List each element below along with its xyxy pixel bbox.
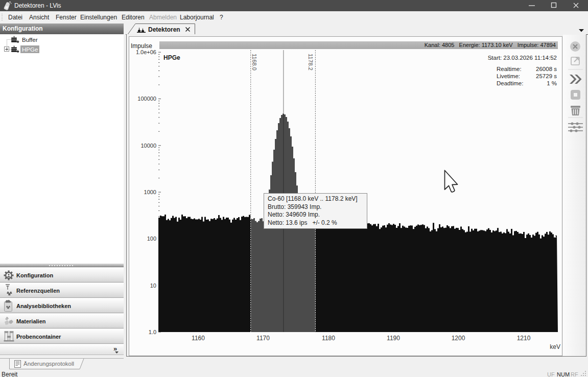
svg-text:1168.0: 1168.0 (251, 54, 257, 70)
svg-text:1178.2: 1178.2 (308, 54, 314, 70)
